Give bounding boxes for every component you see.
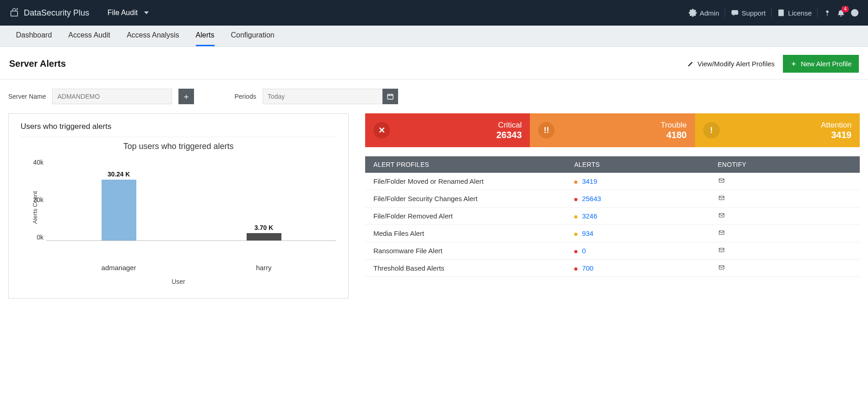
shield-icon: [9, 8, 19, 18]
alert-count-link[interactable]: 3419: [582, 177, 597, 185]
alert-count-link[interactable]: 25643: [582, 195, 601, 202]
pencil-icon: [687, 61, 694, 67]
mail-icon: [717, 212, 726, 218]
bar-admanager[interactable]: 30.24 K: [46, 170, 191, 240]
user-icon: [851, 9, 859, 17]
profile-alerts-cell: 3246: [574, 212, 718, 220]
profile-alerts-cell: 0: [574, 247, 718, 255]
svg-point-6: [854, 11, 856, 13]
svg-rect-7: [388, 94, 393, 99]
app-logo: DataSecurity Plus: [9, 8, 89, 18]
sev-count: 26343: [496, 130, 522, 140]
mail-icon: [717, 247, 726, 253]
enotify-cell[interactable]: [717, 264, 852, 272]
chart-xlabel: User: [21, 278, 336, 285]
profile-alerts-cell: 700: [574, 264, 718, 272]
table-row: File/Folder Security Changes Alert25643: [365, 190, 860, 208]
user-menu[interactable]: [851, 9, 859, 17]
severity-card-attention[interactable]: ! Attention 3419: [695, 113, 860, 147]
enotify-cell[interactable]: [717, 177, 852, 185]
filters-row: Server Name ADMANDEMO ＋ Periods Today: [0, 80, 868, 109]
license-icon: [777, 9, 785, 17]
double-exclaim-icon: !!: [538, 122, 555, 138]
nav-tabs: Dashboard Access Audit Access Analysis A…: [0, 26, 868, 47]
tab-configuration[interactable]: Configuration: [231, 26, 275, 46]
server-name-label: Server Name: [8, 93, 46, 100]
chart-xcategories: admanager harry: [46, 260, 336, 272]
profile-alerts-cell: 934: [574, 229, 718, 237]
bar-value-label: 3.70 K: [254, 224, 273, 231]
ytick: 40k: [33, 159, 43, 166]
table-header: ALERT PROFILES ALERTS ENOTIFY: [365, 156, 860, 173]
sev-count: 3419: [821, 130, 852, 140]
enotify-cell[interactable]: [717, 212, 852, 220]
period-input[interactable]: Today: [263, 89, 383, 104]
view-modify-label: View/Modify Alert Profiles: [697, 60, 775, 68]
sev-label: Attention: [821, 121, 852, 130]
table-row: File/Folder Moved or Renamed Alert3419: [365, 173, 860, 190]
tab-access-audit[interactable]: Access Audit: [68, 26, 110, 46]
severity-dot: [574, 198, 577, 201]
enotify-cell[interactable]: [717, 195, 852, 202]
license-link[interactable]: License: [777, 9, 812, 17]
mail-icon: [717, 264, 726, 271]
severity-card-critical[interactable]: ✕ Critical 26343: [365, 113, 530, 147]
chart-ylabel: Alerts Count: [32, 191, 38, 224]
chart-plot: 30.24 K 3.70 K: [46, 159, 336, 241]
server-name-input[interactable]: ADMANDEMO: [52, 89, 172, 104]
mail-icon: [717, 177, 726, 184]
chart-area: Alerts Count 40k 20k 0k 30.24 K 3.70 K: [21, 155, 336, 260]
notifications-button[interactable]: 4: [837, 9, 845, 17]
enotify-cell[interactable]: [717, 247, 852, 255]
calendar-button[interactable]: [383, 89, 398, 104]
view-modify-profiles-link[interactable]: View/Modify Alert Profiles: [687, 60, 775, 68]
new-profile-label: New Alert Profile: [801, 60, 852, 68]
profile-name: File/Folder Security Changes Alert: [373, 195, 574, 202]
help-icon: [823, 9, 831, 17]
alert-count-link[interactable]: 700: [582, 264, 593, 272]
bar-harry[interactable]: 3.70 K: [191, 224, 336, 240]
module-dropdown[interactable]: File Audit: [108, 9, 149, 17]
severity-card-trouble[interactable]: !! Trouble 4180: [530, 113, 695, 147]
alert-count-link[interactable]: 3246: [582, 212, 597, 220]
plus-icon: ＋: [790, 59, 797, 68]
main-grid: Users who triggered alerts Top users who…: [0, 109, 868, 303]
plus-icon: ＋: [182, 91, 190, 102]
bar: [102, 180, 136, 240]
close-icon: ✕: [373, 122, 390, 138]
help-link[interactable]: [823, 9, 831, 17]
severity-dot: [574, 250, 577, 253]
notif-count-badge: 4: [841, 6, 849, 12]
separator: [817, 8, 818, 17]
admin-link[interactable]: Admin: [689, 9, 719, 17]
xcat-label: admanager: [46, 260, 191, 272]
bar: [247, 233, 281, 240]
license-label: License: [788, 9, 812, 17]
add-server-button[interactable]: ＋: [178, 89, 194, 104]
xcat-label: harry: [191, 260, 336, 272]
alert-count-link[interactable]: 0: [582, 247, 586, 255]
sev-label: Trouble: [661, 121, 687, 130]
right-column: ✕ Critical 26343 !! Trouble 4180 ! Atten…: [365, 113, 860, 277]
svg-rect-0: [11, 11, 18, 16]
alert-count-link[interactable]: 934: [582, 229, 593, 237]
tab-access-analysis[interactable]: Access Analysis: [127, 26, 179, 46]
profile-alerts-cell: 3419: [574, 177, 718, 185]
chevron-down-icon: [144, 11, 149, 14]
support-link[interactable]: Support: [731, 9, 766, 17]
calendar-icon: [387, 93, 394, 100]
profile-name: File/Folder Moved or Renamed Alert: [373, 177, 574, 185]
svg-point-4: [827, 15, 827, 15]
mail-icon: [717, 229, 726, 236]
chart-stage: Top users who triggered alerts Alerts Co…: [21, 142, 336, 288]
period-label: Periods: [234, 93, 256, 100]
page-title: Server Alerts: [9, 59, 66, 69]
severity-dot: [574, 215, 577, 218]
chart-card: Users who triggered alerts Top users who…: [8, 113, 349, 298]
chart-title: Top users who triggered alerts: [21, 142, 336, 151]
new-alert-profile-button[interactable]: ＋ New Alert Profile: [783, 55, 859, 73]
tab-dashboard[interactable]: Dashboard: [16, 26, 52, 46]
col-header-alerts: ALERTS: [574, 161, 718, 168]
enotify-cell[interactable]: [717, 229, 852, 237]
tab-alerts[interactable]: Alerts: [196, 26, 215, 46]
